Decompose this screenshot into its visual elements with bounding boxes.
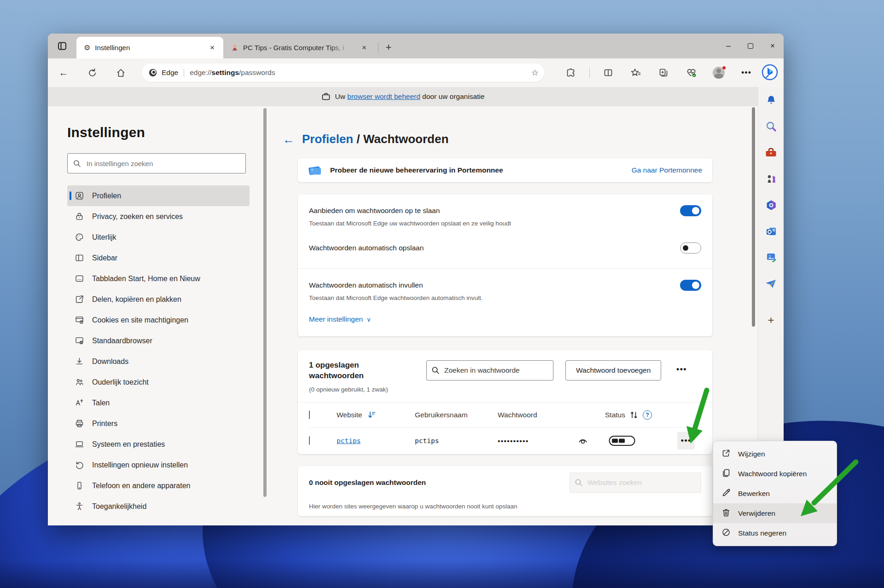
settings-search-input[interactable] bbox=[87, 160, 240, 167]
cookies-permissions-icon bbox=[75, 315, 84, 325]
tab-settings[interactable]: ⚙ Instellingen × bbox=[76, 37, 223, 58]
password-search-box[interactable] bbox=[426, 360, 553, 380]
notifications-bell-icon[interactable] bbox=[763, 92, 779, 109]
sidebar-item-sidebar[interactable]: Sidebar bbox=[67, 248, 250, 268]
managed-link[interactable]: browser wordt beheerd bbox=[347, 92, 420, 100]
outlook-icon[interactable] bbox=[763, 223, 779, 240]
sidebar-item-label: Systeem en prestaties bbox=[92, 440, 165, 449]
sidebar-item-downloads[interactable]: Downloads bbox=[67, 351, 250, 372]
drop-icon[interactable] bbox=[763, 276, 779, 292]
col-website[interactable]: Website bbox=[337, 411, 362, 419]
select-all-checkbox[interactable] bbox=[309, 410, 310, 419]
toggle-autosave-passwords[interactable] bbox=[680, 242, 701, 254]
address-bar-divider bbox=[184, 69, 184, 77]
sidebar-item-profielen[interactable]: Profielen bbox=[67, 185, 250, 206]
designer-icon[interactable] bbox=[763, 249, 779, 266]
row-checkbox[interactable] bbox=[309, 436, 310, 445]
sidebar-item-systeem[interactable]: Systeem en prestaties bbox=[67, 434, 250, 455]
sidebar-item-printers[interactable]: Printers bbox=[67, 413, 250, 434]
maximize-button[interactable] bbox=[739, 34, 762, 58]
profile-avatar[interactable] bbox=[710, 63, 728, 82]
status-help-icon[interactable]: ? bbox=[643, 410, 652, 420]
sort-descending-icon[interactable] bbox=[367, 410, 376, 420]
sidebar-item-privacy[interactable]: Privacy, zoeken en services bbox=[67, 206, 250, 227]
tab-close-icon[interactable]: × bbox=[207, 42, 218, 53]
address-bar[interactable]: Edge edge://settings/passwords ☆ bbox=[142, 63, 544, 82]
passwords-table-header: Website Gebruikersnaam Wachtwoord bbox=[309, 403, 701, 427]
website-link[interactable]: pctips bbox=[337, 437, 361, 444]
toggle-offer-save-passwords[interactable] bbox=[680, 205, 701, 216]
tab-title: Instellingen bbox=[95, 44, 202, 52]
browser-essentials-icon[interactable] bbox=[682, 63, 700, 82]
sidebar-item-talen[interactable]: Talen bbox=[67, 392, 250, 413]
refresh-button[interactable] bbox=[83, 63, 101, 82]
col-password[interactable]: Wachtwoord bbox=[498, 411, 574, 419]
close-button[interactable]: × bbox=[762, 34, 784, 58]
home-button[interactable] bbox=[111, 63, 130, 82]
search-icon bbox=[431, 366, 440, 375]
sidebar-item-label: Cookies en site machtigingen bbox=[92, 316, 188, 324]
back-arrow-icon[interactable]: ← bbox=[283, 133, 295, 145]
sidebar-search-icon[interactable] bbox=[763, 118, 779, 135]
sidebar-item-label: Instellingen opnieuw instellen bbox=[92, 461, 188, 469]
tab-pctips[interactable]: PC Tips - Gratis Computer Tips, i × bbox=[223, 37, 375, 58]
col-username[interactable]: Gebruikersnaam bbox=[415, 411, 498, 419]
password-search-input[interactable] bbox=[444, 366, 548, 375]
breadcrumb-profielen-link[interactable]: Profielen bbox=[302, 132, 353, 146]
sidebar-item-telefoon[interactable]: Telefoon en andere apparaten bbox=[67, 475, 250, 496]
minimize-button[interactable]: – bbox=[717, 34, 739, 58]
new-tab-button[interactable]: + bbox=[381, 40, 396, 55]
reset-icon bbox=[75, 460, 84, 470]
sidebar-item-standaardbrowser[interactable]: Standaardbrowser bbox=[67, 330, 250, 351]
toolbar-icons: ••• bbox=[562, 63, 756, 82]
never-saved-search-box[interactable] bbox=[570, 473, 701, 493]
sidebar-item-tabbladen[interactable]: Tabbladen Start, Home en Nieuw bbox=[67, 268, 250, 289]
favorite-star-icon[interactable]: ☆ bbox=[531, 68, 539, 78]
menu-item-bewerken[interactable]: Bewerken bbox=[713, 484, 837, 503]
extensions-icon[interactable] bbox=[562, 63, 580, 82]
toggle-autofill-passwords[interactable] bbox=[680, 280, 701, 291]
settings-more-icon[interactable]: ••• bbox=[737, 63, 756, 82]
tab-close-icon[interactable]: × bbox=[359, 42, 370, 53]
games-icon[interactable] bbox=[763, 171, 779, 187]
saved-card-more-icon[interactable]: ••• bbox=[672, 360, 691, 379]
menu-item-status-negeren[interactable]: Status negeren bbox=[713, 523, 837, 543]
sidebar-item-reset[interactable]: Instellingen opnieuw instellen bbox=[67, 455, 250, 475]
url-text[interactable]: edge://settings/passwords bbox=[190, 69, 275, 77]
scrollbar-thumb[interactable] bbox=[263, 108, 267, 497]
page-scrollbar[interactable] bbox=[752, 107, 755, 327]
more-settings-link[interactable]: Meer instellingen bbox=[309, 315, 363, 323]
never-saved-search-input[interactable] bbox=[587, 478, 696, 487]
tab-actions-menu-button[interactable] bbox=[54, 38, 70, 54]
split-screen-icon[interactable] bbox=[599, 63, 617, 82]
sidebar-scrollbar[interactable] bbox=[262, 108, 268, 525]
row-more-actions-icon[interactable]: ••• bbox=[677, 432, 695, 450]
settings-gear-icon: ⚙ bbox=[84, 44, 90, 52]
menu-item-wachtwoord-kopieren[interactable]: Wachtwoord kopiëren bbox=[713, 464, 837, 484]
menu-item-verwijderen[interactable]: Verwijderen bbox=[713, 503, 837, 523]
sidebar-item-cookies[interactable]: Cookies en site machtigingen bbox=[67, 310, 250, 330]
menu-item-wijzigen[interactable]: Wijzigen bbox=[713, 444, 837, 464]
settings-search-box[interactable] bbox=[67, 153, 246, 173]
sidebar-item-label: Downloads bbox=[92, 357, 128, 366]
copilot-bing-icon[interactable] bbox=[759, 62, 780, 83]
sidebar-item-toegankelijkheid[interactable]: Toegankelijkheid bbox=[67, 496, 250, 517]
toolbox-icon[interactable] bbox=[763, 144, 779, 161]
favorites-icon[interactable] bbox=[627, 63, 645, 82]
collections-icon[interactable] bbox=[654, 63, 673, 82]
sidebar-item-delen[interactable]: Delen, kopiëren en plakken bbox=[67, 289, 250, 310]
reveal-password-eye-icon[interactable] bbox=[574, 436, 592, 446]
sort-updown-icon[interactable] bbox=[629, 411, 639, 419]
back-button[interactable]: ← bbox=[54, 63, 73, 82]
microsoft365-icon[interactable] bbox=[763, 197, 779, 213]
tab-divider bbox=[378, 43, 378, 53]
desktop: ⚙ Instellingen × PC Tips - Gratis Comput… bbox=[0, 0, 884, 588]
site-info-button[interactable]: Edge bbox=[162, 69, 178, 77]
username-cell: pctips bbox=[415, 437, 498, 444]
go-to-wallet-link[interactable]: Ga naar Portemonnee bbox=[632, 166, 702, 174]
add-password-button[interactable]: Wachtwoord toevoegen bbox=[565, 360, 661, 380]
sidebar-item-ouderlijk[interactable]: Ouderlijk toezicht bbox=[67, 372, 250, 392]
sidebar-item-uiterlijk[interactable]: Uiterlijk bbox=[67, 227, 250, 248]
add-sidebar-item-icon[interactable]: + bbox=[768, 314, 774, 327]
col-status[interactable]: Status bbox=[605, 411, 625, 419]
